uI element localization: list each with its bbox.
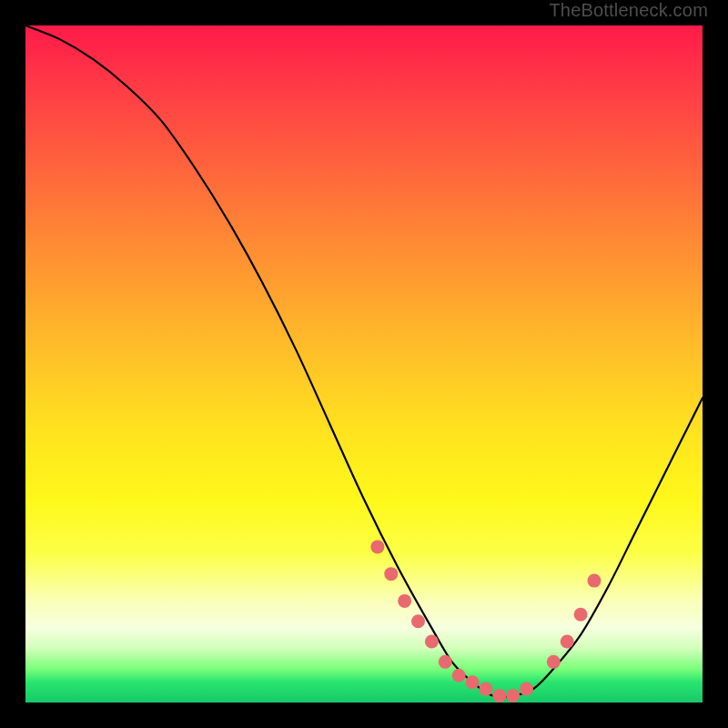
curve-layer — [25, 25, 703, 703]
marker-point — [561, 635, 574, 649]
marker-point — [452, 669, 466, 682]
marker-point — [411, 614, 425, 628]
marker-point — [466, 675, 480, 689]
marker-point — [547, 655, 561, 669]
marker-point — [520, 682, 533, 696]
marker-point — [439, 655, 452, 669]
marker-point — [370, 540, 384, 553]
marker-point — [425, 635, 439, 649]
bottleneck-curve — [25, 25, 703, 697]
marker-point — [479, 682, 492, 696]
chart-frame — [18, 18, 710, 710]
marker-point — [574, 608, 588, 622]
marker-point — [587, 574, 601, 588]
plot-area — [25, 25, 703, 703]
watermark-text: TheBottleneck.com — [549, 0, 708, 21]
marker-point — [492, 689, 506, 703]
marker-point — [398, 594, 411, 608]
marker-point — [384, 567, 398, 581]
highlight-markers — [370, 540, 601, 703]
marker-point — [506, 689, 520, 703]
